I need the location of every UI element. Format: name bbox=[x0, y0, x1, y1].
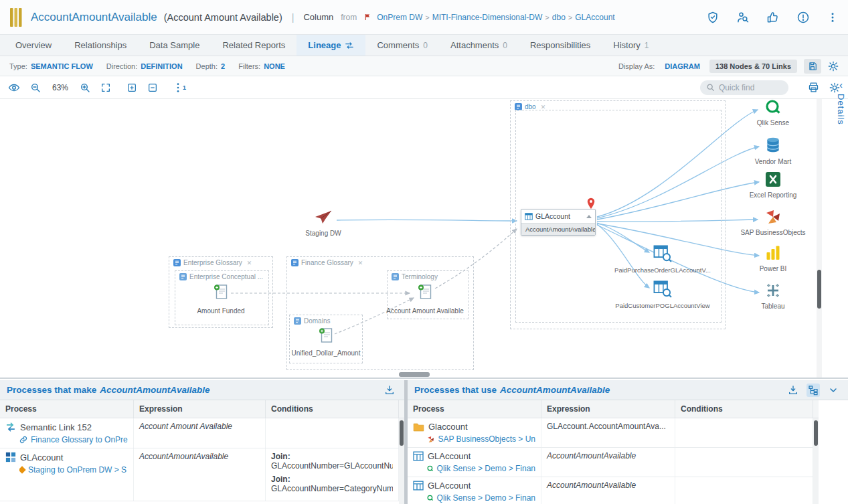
node-tableau[interactable]: Tableau bbox=[736, 282, 810, 310]
table-row[interactable]: GLAccount Staging to OnPrem DW > S Accou… bbox=[0, 448, 404, 501]
node-power-bi[interactable]: Power BI bbox=[736, 245, 810, 272]
details-tab-label: Details bbox=[836, 94, 846, 125]
visibility-eye-icon[interactable] bbox=[8, 82, 20, 94]
process-link[interactable]: SAP BusinessObjects > Un bbox=[427, 434, 535, 444]
tableau-icon bbox=[765, 282, 781, 299]
more-options-icon[interactable] bbox=[827, 11, 839, 23]
panel-title: Processes that makeAccountAmountAvailabl… bbox=[7, 385, 210, 395]
panel-header: Processes that useAccountAmountAvailable bbox=[408, 380, 848, 400]
print-button[interactable] bbox=[808, 82, 819, 93]
tab-related-reports[interactable]: Related Reports bbox=[211, 35, 296, 56]
process-link[interactable]: Qlik Sense > Demo > Finan bbox=[427, 493, 535, 503]
table-row[interactable]: GLAccount Qlik Sense > Demo > Finan Acco… bbox=[408, 448, 819, 477]
breadcrumb: OnPrem DW > MITI-Finance-Dimensional-DW … bbox=[377, 13, 614, 22]
collapse-panel-button[interactable] bbox=[828, 385, 839, 396]
glossary-icon bbox=[173, 259, 181, 266]
node-sap-businessobjects[interactable]: SAP BusinessObjects bbox=[736, 209, 810, 236]
from-label: from bbox=[341, 13, 357, 22]
node-glaccount-table[interactable]: GLAccount AccountAmountAvailable bbox=[521, 209, 596, 236]
issue-alert-icon[interactable] bbox=[796, 11, 810, 24]
certified-shield-icon[interactable] bbox=[706, 11, 719, 24]
zoom-in-icon bbox=[80, 82, 90, 93]
endorse-thumbs-up-icon[interactable] bbox=[766, 11, 780, 24]
details-side-tab[interactable]: ‹ Details bbox=[836, 82, 846, 125]
table-row[interactable]: Glaccount SAP BusinessObjects > Un GLAcc… bbox=[408, 418, 819, 448]
node-account-amount-available[interactable]: Account Amount Available bbox=[381, 284, 469, 315]
map-pin-icon bbox=[586, 197, 596, 209]
filters-value[interactable]: NONE bbox=[264, 62, 285, 70]
settings-gear-icon[interactable] bbox=[828, 61, 839, 72]
process-link[interactable]: Staging to OnPrem DW > S bbox=[19, 465, 128, 475]
processes-use-panel: Processes that useAccountAmountAvailable bbox=[408, 380, 848, 504]
collapse-all-button[interactable] bbox=[147, 82, 158, 93]
process-name: Glaccount bbox=[428, 422, 468, 432]
node-qlik-sense[interactable]: Qlik Sense bbox=[736, 99, 810, 127]
breadcrumb-link[interactable]: dbo bbox=[552, 13, 566, 22]
conditions-cell bbox=[675, 448, 813, 477]
tab-history[interactable]: History1 bbox=[602, 35, 660, 56]
node-vendor-mart[interactable]: Vendor Mart bbox=[736, 136, 810, 165]
table-row[interactable]: Semantic Link 152 Finance Glossary to On… bbox=[0, 418, 404, 448]
zoom-in-button[interactable] bbox=[80, 82, 90, 93]
tab-relationships[interactable]: Relationships bbox=[63, 35, 138, 56]
collapse-caret-icon[interactable] bbox=[586, 215, 592, 218]
node-unified-dollar-amount[interactable]: Unified_Dollar_Amount bbox=[282, 327, 369, 357]
table-icon bbox=[413, 451, 424, 461]
node-paid-purchase-order-view[interactable]: PaidPurchaseOrderGLAccountV... bbox=[606, 245, 719, 274]
scrollbar-thumb[interactable] bbox=[817, 270, 821, 309]
process-name: Semantic Link 152 bbox=[20, 422, 92, 432]
tab-overview[interactable]: Overview bbox=[4, 35, 63, 56]
category-icon bbox=[179, 273, 187, 280]
type-value[interactable]: SEMANTIC FLOW bbox=[31, 62, 93, 70]
node-excel-reporting[interactable]: Excel Reporting bbox=[736, 171, 810, 199]
scrollbar-thumb[interactable] bbox=[814, 420, 818, 446]
depth-value[interactable]: 2 bbox=[221, 62, 225, 70]
direction-value[interactable]: DEFINITION bbox=[141, 62, 182, 70]
breadcrumb-link[interactable]: GLAccount bbox=[575, 13, 614, 22]
breadcrumb-link[interactable]: MITI-Finance-Dimensional-DW bbox=[432, 13, 543, 22]
scrollbar-thumb[interactable] bbox=[400, 420, 404, 446]
tab-responsibilities[interactable]: Responsibilities bbox=[519, 35, 602, 56]
table-row[interactable]: GLAccount Qlik Sense > Demo > Finan Acco… bbox=[408, 477, 819, 504]
level-indicator[interactable]: 1 bbox=[175, 82, 186, 93]
vertical-scrollbar[interactable] bbox=[813, 418, 819, 504]
save-button[interactable] bbox=[804, 59, 821, 74]
tab-data-sample[interactable]: Data Sample bbox=[138, 35, 211, 56]
link-icon bbox=[19, 436, 27, 444]
etl-diamond-icon bbox=[19, 466, 26, 473]
semantic-link-icon bbox=[5, 422, 16, 432]
node-paid-customer-po-view[interactable]: PaidCustomerPOGLAccountView bbox=[606, 280, 719, 309]
expression-cell: AccountAmountAvailable bbox=[541, 477, 675, 504]
tab-lineage[interactable]: Lineage bbox=[296, 35, 365, 56]
download-button[interactable] bbox=[384, 385, 395, 396]
close-icon[interactable]: ✕ bbox=[247, 260, 252, 266]
close-icon[interactable]: ✕ bbox=[358, 260, 363, 266]
close-icon[interactable]: ✕ bbox=[541, 104, 546, 110]
tab-comments[interactable]: Comments0 bbox=[365, 35, 439, 56]
display-as-value[interactable]: DIAGRAM bbox=[665, 62, 700, 70]
node-amount-funded[interactable]: Amount Funded bbox=[177, 284, 264, 315]
vertical-scrollbar[interactable] bbox=[399, 418, 404, 504]
zoom-out-button[interactable] bbox=[30, 82, 41, 93]
splitter-handle[interactable] bbox=[399, 372, 430, 377]
tab-attachments[interactable]: Attachments0 bbox=[439, 35, 519, 56]
node-staging-dw[interactable]: Staging DW bbox=[281, 210, 365, 237]
save-icon bbox=[808, 62, 817, 71]
fit-to-screen-button[interactable] bbox=[100, 82, 111, 93]
header: AccountAmountAvailable (Account Amount A… bbox=[0, 0, 848, 35]
download-button[interactable] bbox=[788, 385, 798, 396]
breadcrumb-link[interactable]: OnPrem DW bbox=[377, 13, 422, 22]
search-icon bbox=[706, 83, 715, 92]
selected-column-row[interactable]: AccountAmountAvailable bbox=[521, 223, 595, 235]
lineage-diagram-canvas[interactable]: dbo ✕ Staging DW GLAccount bbox=[0, 99, 848, 379]
bottom-panels: Processes that makeAccountAmountAvailabl… bbox=[0, 380, 848, 504]
quick-find-input[interactable] bbox=[719, 83, 780, 92]
expand-all-button[interactable] bbox=[126, 82, 137, 93]
audit-user-icon[interactable] bbox=[736, 11, 750, 24]
process-link[interactable]: Qlik Sense > Demo > Finan bbox=[427, 464, 535, 473]
tab-bar: Overview Relationships Data Sample Relat… bbox=[0, 35, 848, 56]
process-link[interactable]: Finance Glossary to OnPre bbox=[19, 435, 128, 444]
tree-view-button[interactable] bbox=[807, 384, 820, 397]
vertical-scrollbar[interactable] bbox=[817, 99, 822, 379]
levels-icon bbox=[175, 82, 181, 93]
